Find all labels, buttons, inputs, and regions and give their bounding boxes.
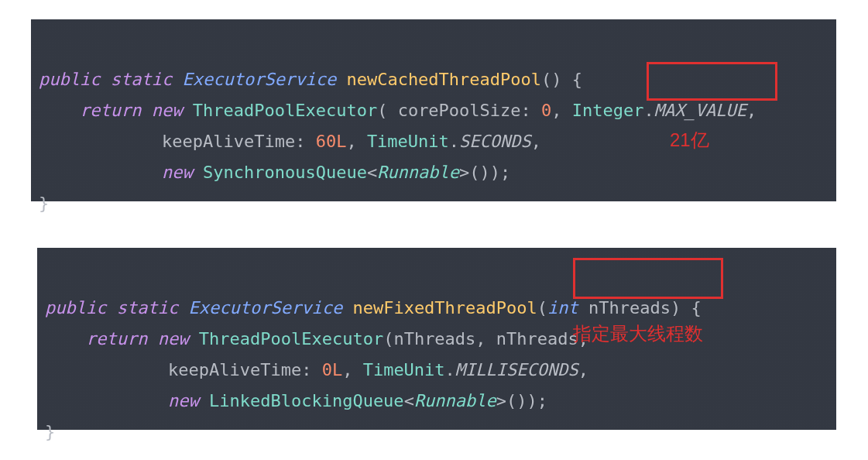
- paren-open: (: [383, 329, 393, 348]
- line3: keepAliveTime: 60L, TimeUnit.SECONDS,: [39, 132, 541, 151]
- line5: }: [45, 422, 55, 441]
- keyword-public: public: [39, 70, 100, 89]
- queue-class: LinkedBlockingQueue: [209, 391, 404, 410]
- line1: public static ExecutorService newCachedT…: [39, 70, 582, 89]
- line2: return new ThreadPoolExecutor( corePoolS…: [39, 101, 756, 120]
- param-label-keepalive: keepAliveTime:: [162, 132, 305, 151]
- keyword-new: new: [158, 329, 189, 348]
- integer-class: Integer: [572, 101, 644, 120]
- return-type: ExecutorService: [182, 70, 336, 89]
- comma: ,: [342, 360, 363, 379]
- timeunit-value: MILLISECONDS: [455, 360, 578, 379]
- line5: }: [39, 194, 49, 213]
- keyword-new: new: [162, 163, 193, 182]
- timeunit-value: SECONDS: [459, 132, 531, 151]
- queue-class: SynchronousQueue: [203, 163, 367, 182]
- param-type: int: [547, 298, 578, 318]
- paren-open: (: [537, 298, 547, 318]
- keyword-static: static: [117, 298, 178, 318]
- lt: <: [367, 163, 377, 182]
- line-tail: () {: [541, 70, 582, 89]
- dot: .: [449, 132, 459, 151]
- line4: new SynchronousQueue<Runnable>());: [39, 163, 510, 182]
- code-block-fixed: public static ExecutorService newFixedTh…: [37, 248, 836, 430]
- keyword-static: static: [111, 70, 172, 89]
- method-name: newFixedThreadPool: [352, 298, 537, 318]
- comma: ,: [531, 132, 541, 151]
- line1: public static ExecutorService newFixedTh…: [45, 298, 702, 318]
- param-value-corepool: 0: [531, 101, 552, 120]
- gt: >: [459, 163, 469, 182]
- param-value-keepalive: 0L: [311, 360, 342, 379]
- param-label-keepalive: keepAliveTime:: [168, 360, 311, 379]
- arg2: nThreads: [496, 329, 578, 348]
- line2: return new ThreadPoolExecutor(nThreads, …: [45, 329, 588, 348]
- paren-open: (: [377, 101, 387, 120]
- comma: ,: [475, 329, 496, 348]
- param-name: nThreads: [578, 298, 671, 318]
- line-tail: ());: [506, 391, 547, 410]
- comma: ,: [746, 101, 756, 120]
- max-value-const: MAX_VALUE: [654, 101, 746, 120]
- keyword-new: new: [152, 101, 183, 120]
- line-tail: ());: [469, 163, 510, 182]
- line-tail: ) {: [671, 298, 702, 318]
- method-name: newCachedThreadPool: [346, 70, 541, 89]
- comma: ,: [346, 132, 367, 151]
- generic-type: Runnable: [414, 391, 496, 410]
- param-value-keepalive: 60L: [305, 132, 346, 151]
- timeunit-class: TimeUnit: [367, 132, 449, 151]
- keyword-public: public: [45, 298, 106, 318]
- dot: .: [445, 360, 455, 379]
- comma: ,: [578, 360, 588, 379]
- return-type: ExecutorService: [188, 298, 342, 318]
- close-brace: }: [45, 422, 55, 441]
- code-block-cached: public static ExecutorService newCachedT…: [31, 19, 836, 201]
- arg1: nThreads: [393, 329, 475, 348]
- dot: .: [644, 101, 654, 120]
- keyword-return: return: [80, 101, 141, 120]
- class-name: ThreadPoolExecutor: [199, 329, 383, 348]
- keyword-new: new: [168, 391, 199, 410]
- line3: keepAliveTime: 0L, TimeUnit.MILLISECONDS…: [45, 360, 588, 379]
- comma: ,: [578, 329, 588, 348]
- keyword-return: return: [86, 329, 147, 348]
- lt: <: [404, 391, 414, 410]
- timeunit-class: TimeUnit: [363, 360, 445, 379]
- close-brace: }: [39, 194, 49, 213]
- gt: >: [496, 391, 506, 410]
- class-name: ThreadPoolExecutor: [193, 101, 377, 120]
- param-label-corepool: corePoolSize:: [387, 101, 530, 120]
- generic-type: Runnable: [377, 163, 459, 182]
- line4: new LinkedBlockingQueue<Runnable>());: [45, 391, 547, 410]
- comma: ,: [551, 101, 572, 120]
